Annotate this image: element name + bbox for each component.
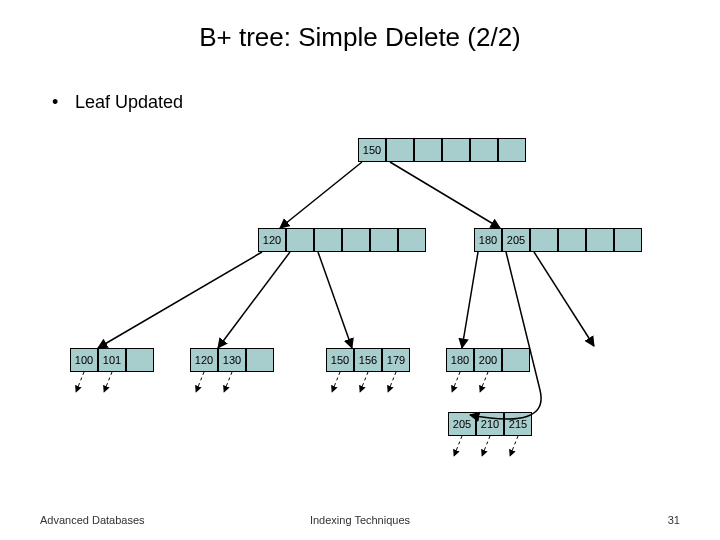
- node-cell: [286, 228, 314, 252]
- node-cell: [498, 138, 526, 162]
- arrow-root-to-midright: [390, 162, 500, 228]
- page-title: B+ tree: Simple Delete (2/2): [0, 22, 720, 53]
- node-leaf4: 180 200: [446, 348, 530, 372]
- node-cell: 150: [358, 138, 386, 162]
- node-cell: 100: [70, 348, 98, 372]
- svg-line-5: [360, 372, 368, 392]
- node-cell: [126, 348, 154, 372]
- node-cell: [414, 138, 442, 162]
- node-cell: 120: [190, 348, 218, 372]
- node-cell: [370, 228, 398, 252]
- node-cell: 205: [502, 228, 530, 252]
- node-leaf5: 205 210 215: [448, 412, 532, 436]
- svg-line-9: [454, 436, 462, 456]
- node-cell: 200: [474, 348, 502, 372]
- node-cell: 120: [258, 228, 286, 252]
- node-cell: [314, 228, 342, 252]
- node-root: 150: [358, 138, 526, 162]
- node-cell: [246, 348, 274, 372]
- svg-line-3: [224, 372, 232, 392]
- node-cell: [558, 228, 586, 252]
- node-cell: 180: [474, 228, 502, 252]
- node-cell: [442, 138, 470, 162]
- node-leaf3: 150 156 179: [326, 348, 410, 372]
- arrow-root-to-midleft: [280, 162, 362, 228]
- svg-line-1: [104, 372, 112, 392]
- node-cell: [502, 348, 530, 372]
- footer-center: Indexing Techniques: [0, 514, 720, 526]
- svg-line-7: [452, 372, 460, 392]
- svg-line-11: [510, 436, 518, 456]
- node-cell: 130: [218, 348, 246, 372]
- svg-line-2: [196, 372, 204, 392]
- node-mid-left: 120: [258, 228, 426, 252]
- node-cell: [386, 138, 414, 162]
- node-cell: [586, 228, 614, 252]
- node-mid-right: 180 205: [474, 228, 642, 252]
- svg-line-6: [388, 372, 396, 392]
- node-cell: 101: [98, 348, 126, 372]
- arrow-ml-leaf3: [318, 252, 352, 348]
- node-cell: 205: [448, 412, 476, 436]
- node-cell: 179: [382, 348, 410, 372]
- node-cell: 215: [504, 412, 532, 436]
- svg-line-10: [482, 436, 490, 456]
- arrow-mr-leaf5: [470, 252, 541, 419]
- arrow-mr-extra: [534, 252, 594, 346]
- node-cell: [530, 228, 558, 252]
- bullet-label: Leaf Updated: [75, 92, 183, 112]
- svg-line-4: [332, 372, 340, 392]
- svg-line-0: [76, 372, 84, 392]
- svg-line-8: [480, 372, 488, 392]
- node-leaf2: 120 130: [190, 348, 274, 372]
- bullet-text: • Leaf Updated: [52, 92, 183, 113]
- node-cell: 156: [354, 348, 382, 372]
- node-leaf1: 100 101: [70, 348, 154, 372]
- bullet-dot: •: [52, 92, 70, 113]
- arrows-layer: [0, 0, 720, 540]
- arrow-ml-leaf1: [98, 252, 262, 348]
- footer-page-number: 31: [668, 514, 680, 526]
- arrow-mr-leaf4: [462, 252, 478, 348]
- node-cell: [614, 228, 642, 252]
- node-cell: 180: [446, 348, 474, 372]
- node-cell: [342, 228, 370, 252]
- node-cell: [398, 228, 426, 252]
- arrow-ml-leaf2: [218, 252, 290, 348]
- node-cell: 150: [326, 348, 354, 372]
- node-cell: 210: [476, 412, 504, 436]
- node-cell: [470, 138, 498, 162]
